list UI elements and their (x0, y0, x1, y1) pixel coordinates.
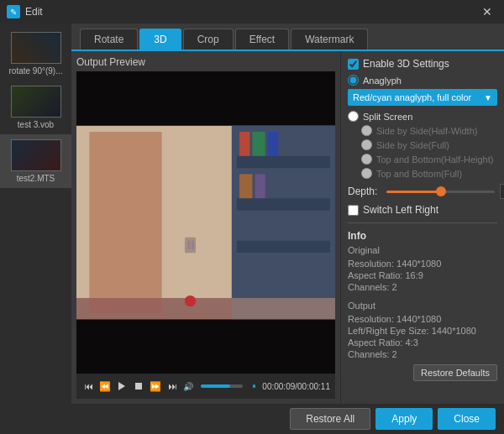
depth-row: Depth: (348, 184, 497, 199)
side-half-label: Side by Side(Half-Width) (376, 126, 477, 136)
tab-3d[interactable]: 3D (139, 29, 181, 50)
side-full-row: Side by Side(Full) (348, 139, 497, 150)
output-resolution: Resolution: 1440*1080 (348, 314, 497, 324)
enable-3d-label: Enable 3D Settings (363, 58, 449, 70)
tab-watermark[interactable]: Watermark (291, 29, 368, 50)
top-half-label: Top and Bottom(Half-Height) (376, 154, 493, 165)
top-full-row: Top and Bottom(Full) (348, 168, 497, 179)
tab-content: Output Preview (71, 50, 504, 404)
anaglyph-dropdown[interactable]: Red/cyan anaglyph, full color Red/cyan a… (348, 89, 497, 106)
anaglyph-section: Anaglyph Red/cyan anaglyph, full color R… (348, 75, 497, 106)
enable-3d-checkbox[interactable] (348, 59, 359, 70)
depth-input[interactable] (500, 184, 504, 199)
output-aspect: Aspect Ratio: 4:3 (348, 337, 497, 348)
switch-lr-label: Switch Left Right (363, 204, 438, 216)
preview-video (76, 71, 335, 374)
anaglyph-radio[interactable] (348, 75, 359, 86)
tab-effect[interactable]: Effect (235, 29, 289, 50)
sidebar-thumb-1 (11, 32, 61, 64)
volume-fill (201, 384, 230, 388)
sidebar-label-3: test2.MTS (17, 174, 55, 183)
sidebar-thumb-2 (11, 86, 61, 118)
title-bar: ✎ Edit ✕ (0, 0, 504, 24)
tab-crop[interactable]: Crop (183, 29, 234, 50)
svg-text:✎: ✎ (10, 8, 17, 17)
play-button[interactable] (115, 379, 129, 393)
settings-panel: Enable 3D Settings Anaglyph Red/cyan ana… (340, 51, 504, 404)
step-back-button[interactable]: ⏪ (98, 379, 112, 393)
anaglyph-radio-label: Anaglyph (363, 76, 402, 86)
anaglyph-radio-row: Anaglyph (348, 75, 497, 86)
output-lr-size: Left/Right Eye Size: 1440*1080 (348, 326, 497, 336)
split-screen-label: Split Screen (363, 112, 412, 122)
video-frame (76, 71, 335, 374)
depth-slider[interactable] (386, 191, 495, 193)
output-subtitle: Output (348, 301, 497, 311)
tab-rotate[interactable]: Rotate (80, 29, 138, 50)
sidebar-item-3[interactable]: test2.MTS (0, 134, 71, 188)
time-display: 00:00:09/00:00:11 (262, 382, 330, 391)
original-subtitle: Original (348, 245, 497, 255)
close-button[interactable]: Close (438, 408, 496, 430)
output-channels: Channels: 2 (348, 349, 497, 359)
restore-all-button[interactable]: Restore All (290, 408, 370, 430)
preview-label: Output Preview (76, 56, 335, 68)
apply-button[interactable]: Apply (375, 408, 433, 430)
controls-bar: ⏮ ⏪ ⏩ ⏭ (76, 374, 335, 399)
switch-lr-row: Switch Left Right (348, 204, 497, 216)
sidebar-item-2[interactable]: test 3.vob (0, 81, 71, 134)
bottom-action-bar: Restore All Apply Close (71, 404, 504, 434)
skip-start-button[interactable]: ⏮ (81, 379, 95, 393)
progress-bar[interactable] (253, 384, 255, 388)
app-icon: ✎ (7, 5, 20, 18)
anaglyph-overlay (76, 71, 335, 374)
split-screen-section: Split Screen Side by Side(Half-Width) Si… (348, 111, 497, 179)
original-aspect: Aspect Ratio: 16:9 (348, 270, 497, 280)
side-full-radio[interactable] (361, 139, 372, 150)
top-full-label: Top and Bottom(Full) (376, 169, 462, 179)
split-screen-radio-row: Split Screen (348, 111, 497, 122)
top-half-row: Top and Bottom(Half-Height) (348, 154, 497, 165)
content-area: Rotate 3D Crop Effect Watermark Output P… (71, 24, 504, 434)
side-half-row: Side by Side(Half-Width) (348, 125, 497, 136)
info-title: Info (348, 230, 497, 242)
original-resolution: Resolution: 1440*1080 (348, 259, 497, 269)
sidebar: rotate 90°(9)... test 3.vob test2.MTS (0, 24, 71, 434)
stop-button[interactable] (132, 379, 145, 393)
close-window-button[interactable]: ✕ (477, 3, 497, 20)
split-screen-radio[interactable] (348, 111, 359, 122)
switch-lr-checkbox[interactable] (348, 205, 359, 216)
progress-fill (253, 384, 255, 388)
volume-button[interactable]: 🔊 (182, 380, 194, 392)
divider-1 (348, 222, 497, 223)
skip-end-button[interactable]: ⏭ (165, 379, 179, 393)
enable-3d-row: Enable 3D Settings (348, 58, 497, 70)
volume-slider[interactable] (201, 384, 243, 388)
sidebar-label-2: test 3.vob (18, 120, 54, 129)
depth-label: Depth: (348, 186, 381, 197)
preview-area: Output Preview (71, 51, 340, 404)
sidebar-thumb-3 (11, 139, 61, 171)
sidebar-label-1: rotate 90°(9)... (8, 66, 62, 76)
sidebar-item-1[interactable]: rotate 90°(9)... (0, 27, 71, 81)
top-half-radio[interactable] (361, 154, 372, 165)
tabs-bar: Rotate 3D Crop Effect Watermark (71, 24, 504, 50)
info-section: Info Original Resolution: 1440*1080 Aspe… (348, 230, 497, 359)
side-full-label: Side by Side(Full) (376, 140, 449, 150)
top-full-radio[interactable] (361, 168, 372, 179)
restore-defaults-button[interactable]: Restore Defaults (413, 364, 497, 381)
step-forward-button[interactable]: ⏩ (149, 379, 162, 393)
main-container: rotate 90°(9)... test 3.vob test2.MTS Ro… (0, 24, 504, 434)
side-half-radio[interactable] (361, 125, 372, 136)
original-channels: Channels: 2 (348, 282, 497, 292)
anaglyph-dropdown-container: Red/cyan anaglyph, full color Red/cyan a… (348, 89, 497, 106)
window-title: Edit (25, 6, 472, 18)
